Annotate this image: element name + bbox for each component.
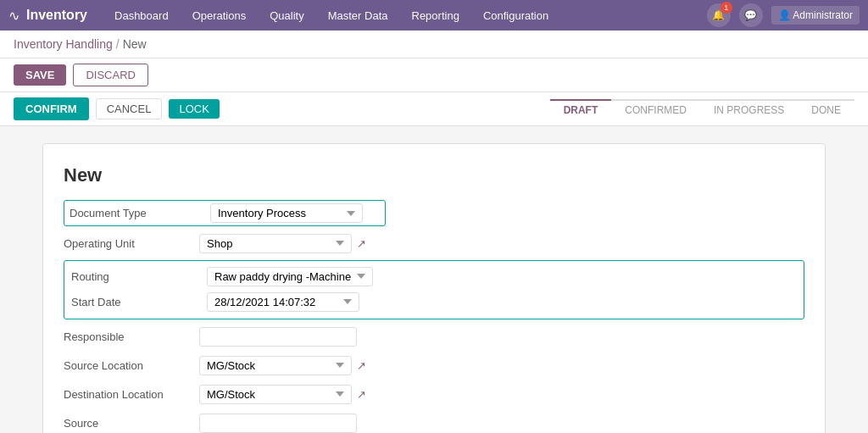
start-date-row: Start Date 28/12/2021 14:07:32 xyxy=(71,290,797,314)
operating-unit-label: Operating Unit xyxy=(64,237,199,250)
operating-unit-select[interactable]: Shop xyxy=(199,234,352,253)
status-bar: DRAFT CONFIRMED IN PROGRESS DONE xyxy=(550,99,854,119)
admin-menu[interactable]: 👤 Administrator xyxy=(771,6,860,25)
notifications-icon[interactable]: 🔔 1 xyxy=(707,3,731,27)
destination-location-value: MG/Stock ↗ xyxy=(199,385,804,404)
destination-location-row: Destination Location MG/Stock ↗ xyxy=(64,382,804,406)
source-location-value: MG/Stock ↗ xyxy=(199,356,804,375)
save-button[interactable]: SAVE xyxy=(14,64,66,86)
responsible-input[interactable] xyxy=(199,327,357,347)
action-bar: CONFIRM CANCEL LOCK DRAFT CONFIRMED IN P… xyxy=(0,92,868,126)
routing-value: Raw paddy drying -Machine xyxy=(207,267,797,286)
responsible-row: Responsible xyxy=(64,325,804,348)
destination-location-label: Destination Location xyxy=(64,388,199,401)
source-location-select[interactable]: MG/Stock xyxy=(199,356,352,375)
routing-row: Routing Raw paddy drying -Machine xyxy=(71,264,797,288)
chat-icon[interactable]: 💬 xyxy=(739,3,763,27)
breadcrumb: Inventory Handling / New xyxy=(0,31,868,58)
nav-operations[interactable]: Operations xyxy=(182,4,257,27)
routing-label: Routing xyxy=(71,270,207,283)
start-date-value: 28/12/2021 14:07:32 xyxy=(207,292,797,312)
source-label: Source xyxy=(64,417,199,430)
responsible-value xyxy=(199,327,804,347)
destination-location-ext-link[interactable]: ↗ xyxy=(357,388,366,401)
discard-button[interactable]: DISCARD xyxy=(73,64,148,86)
operating-unit-row: Operating Unit Shop ↗ xyxy=(64,231,804,255)
nav-reporting[interactable]: Reporting xyxy=(402,4,470,27)
confirm-button[interactable]: CONFIRM xyxy=(14,97,89,120)
routing-startdate-group: Routing Raw paddy drying -Machine Start … xyxy=(64,260,804,319)
toolbar: SAVE DISCARD xyxy=(0,58,868,92)
form-card: New Document Type Inventory Process Oper… xyxy=(42,143,826,433)
source-row: Source xyxy=(64,411,804,433)
responsible-label: Responsible xyxy=(64,330,199,343)
destination-location-select[interactable]: MG/Stock xyxy=(199,385,352,404)
nav-master-data[interactable]: Master Data xyxy=(318,4,398,27)
status-draft: DRAFT xyxy=(550,99,612,119)
breadcrumb-current: New xyxy=(123,37,147,51)
document-type-label: Document Type xyxy=(70,207,205,219)
source-value xyxy=(199,414,804,433)
cancel-button[interactable]: CANCEL xyxy=(96,98,163,119)
document-type-value: Inventory Process xyxy=(210,203,380,223)
source-location-row: Source Location MG/Stock ↗ xyxy=(64,353,804,377)
lock-button[interactable]: LOCK xyxy=(169,99,219,119)
start-date-select[interactable]: 28/12/2021 14:07:32 xyxy=(207,292,359,312)
nav-quality[interactable]: Quality xyxy=(259,4,314,27)
operating-unit-value: Shop ↗ xyxy=(199,234,804,253)
notification-badge: 1 xyxy=(721,2,732,14)
breadcrumb-separator: / xyxy=(116,37,120,51)
nav-menu: Dashboard Operations Quality Master Data… xyxy=(104,4,707,27)
nav-dashboard[interactable]: Dashboard xyxy=(104,4,179,27)
nav-configuration[interactable]: Configuration xyxy=(473,4,559,27)
top-navbar: ∿ Inventory Dashboard Operations Quality… xyxy=(0,0,868,31)
status-confirmed: CONFIRMED xyxy=(611,99,700,119)
main-content: New Document Type Inventory Process Oper… xyxy=(0,126,868,433)
app-title: Inventory xyxy=(26,8,87,23)
nav-right: 🔔 1 💬 👤 Administrator xyxy=(707,3,860,27)
routing-select[interactable]: Raw paddy drying -Machine xyxy=(207,267,373,286)
breadcrumb-parent[interactable]: Inventory Handling xyxy=(14,37,113,51)
app-grid-icon[interactable]: ∿ xyxy=(8,8,19,24)
source-input[interactable] xyxy=(199,414,357,433)
source-location-ext-link[interactable]: ↗ xyxy=(357,359,366,372)
document-type-select[interactable]: Inventory Process xyxy=(210,203,363,223)
start-date-label: Start Date xyxy=(71,296,207,308)
operating-unit-ext-link[interactable]: ↗ xyxy=(357,237,366,250)
form-title: New xyxy=(64,164,804,186)
status-done: DONE xyxy=(798,99,854,119)
source-location-label: Source Location xyxy=(64,359,199,372)
status-in-progress: IN PROGRESS xyxy=(700,99,798,119)
